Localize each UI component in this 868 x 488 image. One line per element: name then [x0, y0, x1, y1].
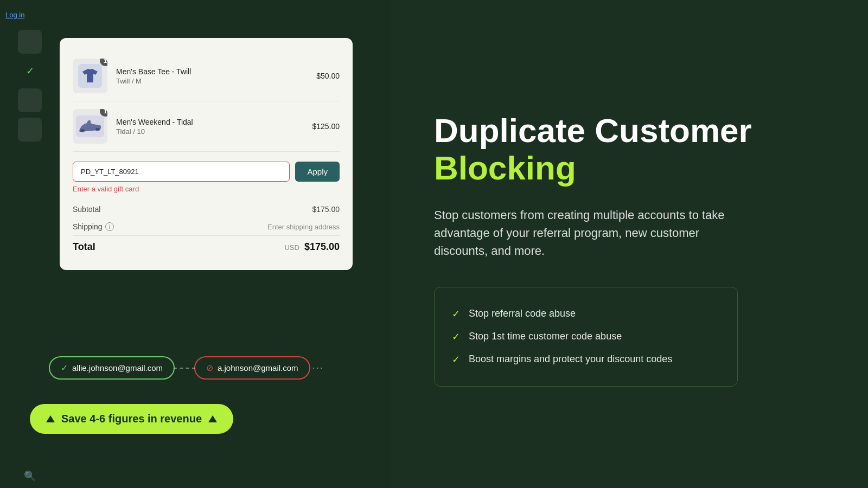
shipping-value: Enter shipping address: [267, 223, 340, 231]
block-icon: ⊘: [206, 363, 213, 373]
total-label: Total: [73, 241, 95, 253]
feature-label-1: Stop referral code abuse: [469, 308, 576, 319]
item-info-1: Men's Base Tee - Twill Twill / M: [116, 67, 308, 85]
total-row: Total USD $175.00: [73, 235, 340, 257]
main-headline: Duplicate Customer Blocking: [434, 112, 825, 186]
info-icon: i: [105, 222, 114, 231]
headline-line2: Blocking: [434, 149, 576, 187]
total-currency: USD: [284, 243, 299, 252]
save-revenue-label: Save 4-6 figures in revenue: [61, 413, 202, 425]
headline-line1: Duplicate Customer: [434, 112, 752, 149]
item-image-tshirt: 1: [73, 59, 107, 93]
order-summary: Subtotal $175.00 Shipping i Enter shippi…: [73, 201, 340, 257]
feature-label-2: Stop 1st time customer code abuse: [469, 331, 622, 342]
subtitle-text: Stop customers from creating multiple ac…: [434, 206, 749, 260]
feature-check-3: ✓: [452, 354, 460, 365]
item-name-1: Men's Base Tee - Twill: [116, 67, 308, 76]
invalid-email-pill: ⊘ a.johnson@gmail.com: [194, 356, 310, 380]
save-revenue-button[interactable]: Save 4-6 figures in revenue: [30, 404, 233, 434]
svg-point-3: [95, 128, 100, 131]
cart-item-2: 1 Men's Weekend - Tidal Tidal / 10 $125.…: [73, 101, 340, 152]
feature-check-2: ✓: [452, 331, 460, 343]
feature-check-1: ✓: [452, 308, 460, 320]
valid-email-text: allie.johnson@gmail.com: [72, 363, 163, 373]
item-variant-2: Tidal / 10: [116, 127, 303, 136]
tshirt-icon: [78, 64, 102, 88]
triangle-up-icon-right: [208, 415, 217, 422]
valid-check-icon: ✓: [61, 363, 68, 373]
feature-item-2: ✓ Stop 1st time customer code abuse: [452, 325, 720, 348]
login-link[interactable]: Log in: [0, 11, 24, 19]
sidebar-checkmark: ✓: [18, 59, 42, 83]
shipping-label: Shipping i: [73, 222, 114, 231]
sidebar-icon-3: [18, 118, 42, 142]
discount-section: Apply Enter a valid gift card: [73, 162, 340, 193]
pill-dots: ···: [312, 362, 324, 374]
feature-label-3: Boost margins and protect your discount …: [469, 354, 672, 365]
item-price-1: $50.00: [316, 72, 340, 80]
item-info-2: Men's Weekend - Tidal Tidal / 10: [116, 118, 303, 136]
sidebar-icon-2: [18, 88, 42, 112]
cart-item-1: 1 Men's Base Tee - Twill Twill / M $50.0…: [73, 51, 340, 101]
item-price-2: $125.00: [312, 122, 340, 131]
right-panel: Duplicate Customer Blocking Stop custome…: [391, 0, 868, 488]
subtotal-value: $175.00: [312, 205, 340, 214]
cart-card: 1 Men's Base Tee - Twill Twill / M $50.0…: [60, 38, 353, 270]
svg-point-2: [80, 129, 85, 132]
subtotal-row: Subtotal $175.00: [73, 201, 340, 218]
item-image-shoe: 1: [73, 109, 107, 144]
item-name-2: Men's Weekend - Tidal: [116, 118, 303, 126]
feature-box: ✓ Stop referral code abuse ✓ Stop 1st ti…: [434, 287, 738, 387]
total-amount: $175.00: [304, 241, 340, 252]
shoe-icon: [76, 115, 104, 137]
feature-item-1: ✓ Stop referral code abuse: [452, 303, 720, 325]
subtotal-label: Subtotal: [73, 205, 100, 214]
apply-button[interactable]: Apply: [295, 162, 340, 182]
left-panel: Log in ✓ 🔍 1 Men's Base Tee - Twill Twil…: [0, 0, 391, 488]
search-icon[interactable]: 🔍: [18, 464, 42, 488]
triangle-up-icon-left: [46, 415, 55, 422]
discount-error: Enter a valid gift card: [73, 185, 340, 193]
valid-email-pill: ✓ allie.johnson@gmail.com: [49, 356, 175, 380]
shipping-row: Shipping i Enter shipping address: [73, 218, 340, 235]
sidebar-icon-1: [18, 30, 42, 54]
discount-input[interactable]: [73, 162, 290, 182]
item-variant-1: Twill / M: [116, 77, 308, 85]
discount-row: Apply: [73, 162, 340, 182]
feature-item-3: ✓ Boost margins and protect your discoun…: [452, 348, 720, 371]
email-pills: ✓ allie.johnson@gmail.com ⊘ a.johnson@gm…: [49, 356, 324, 380]
pill-connector: [174, 368, 195, 369]
total-value: USD $175.00: [284, 241, 340, 253]
invalid-email-text: a.johnson@gmail.com: [218, 363, 298, 373]
